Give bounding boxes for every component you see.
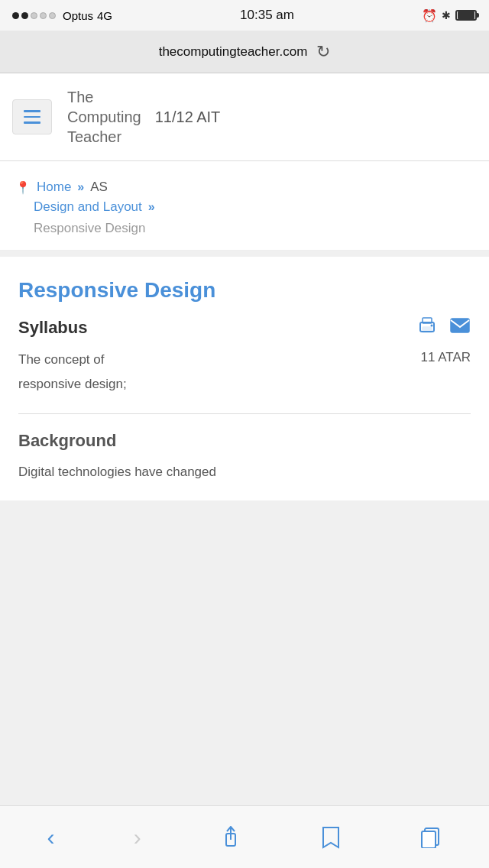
bookmark-icon	[320, 826, 342, 849]
breadcrumb-sep-1: »	[77, 180, 84, 194]
signal-dot-2	[21, 12, 28, 19]
print-icon[interactable]	[417, 316, 437, 339]
breadcrumb-row2: Design and Layout »	[15, 199, 474, 215]
status-time: 10:35 am	[240, 8, 294, 23]
signal-dot-5	[49, 12, 56, 19]
tabs-button[interactable]	[405, 818, 457, 857]
background-heading: Background	[18, 431, 471, 451]
forward-button[interactable]: ›	[118, 815, 157, 860]
battery-indicator	[455, 10, 477, 21]
breadcrumb-design-layout[interactable]: Design and Layout	[34, 199, 142, 215]
url-text: thecomputingteacher.com	[159, 44, 308, 60]
section-divider	[18, 413, 471, 414]
menu-line-3	[24, 121, 40, 124]
breadcrumb-sep-2: »	[148, 200, 155, 214]
refresh-icon[interactable]: ↻	[316, 42, 330, 62]
tabs-icon	[420, 827, 442, 848]
site-header: The Computing Teacher 11/12 AIT	[0, 73, 489, 161]
breadcrumb-row1: 📍 Home » AS	[15, 180, 474, 195]
syllabus-row: Syllabus	[18, 316, 471, 339]
atar-label: 11 ATAR	[420, 350, 471, 365]
description-atar-row: The concept of responsive design; 11 ATA…	[18, 350, 471, 398]
bottom-nav: ‹ ›	[0, 805, 489, 868]
breadcrumb-current: Responsive Design	[15, 221, 474, 236]
svg-rect-1	[423, 327, 432, 332]
site-course: 11/12 AIT	[155, 108, 221, 126]
svg-point-3	[431, 325, 433, 327]
svg-rect-4	[451, 319, 469, 332]
signal-dot-3	[31, 12, 37, 19]
breadcrumb-as: AS	[90, 180, 108, 195]
background-text: Digital technologies have changed	[18, 462, 471, 482]
url-bar[interactable]: thecomputingteacher.com ↻	[0, 31, 489, 73]
status-left: Optus 4G	[12, 9, 112, 22]
syllabus-label: Syllabus	[18, 318, 87, 338]
signal-dot-1	[12, 12, 19, 19]
bluetooth-icon: ✱	[442, 9, 451, 21]
menu-line-2	[24, 116, 40, 118]
signal-dot-4	[40, 12, 47, 19]
menu-button[interactable]	[12, 99, 52, 134]
breadcrumb-section: 📍 Home » AS Design and Layout » Responsi…	[0, 161, 489, 251]
bookmark-button[interactable]	[305, 817, 357, 858]
clock-icon: ⏰	[422, 8, 437, 23]
status-right: ⏰ ✱	[422, 8, 477, 23]
share-icon	[220, 826, 241, 849]
carrier-label: Optus	[63, 9, 93, 22]
main-content: Responsive Design Syllabus	[0, 257, 489, 500]
mail-icon[interactable]	[449, 317, 471, 338]
breadcrumb-home[interactable]: Home	[37, 180, 71, 195]
signal-dots	[12, 12, 56, 19]
description-line2: responsive design;	[18, 374, 127, 394]
status-bar: Optus 4G 10:35 am ⏰ ✱	[0, 0, 489, 31]
site-name: The Computing Teacher	[67, 87, 141, 147]
syllabus-icons	[417, 316, 471, 339]
page-title: Responsive Design	[18, 278, 471, 303]
menu-line-1	[24, 110, 40, 112]
description-block: The concept of responsive design;	[18, 350, 127, 398]
location-icon: 📍	[15, 180, 31, 195]
site-title-block: The Computing Teacher 11/12 AIT	[67, 87, 220, 147]
back-icon: ‹	[47, 824, 55, 850]
share-button[interactable]	[205, 817, 257, 858]
svg-rect-7	[422, 831, 436, 848]
forward-icon: ›	[134, 824, 141, 850]
battery-fill	[458, 11, 474, 19]
network-type: 4G	[97, 9, 112, 22]
back-button[interactable]: ‹	[32, 815, 70, 860]
description-line1: The concept of	[18, 350, 127, 370]
